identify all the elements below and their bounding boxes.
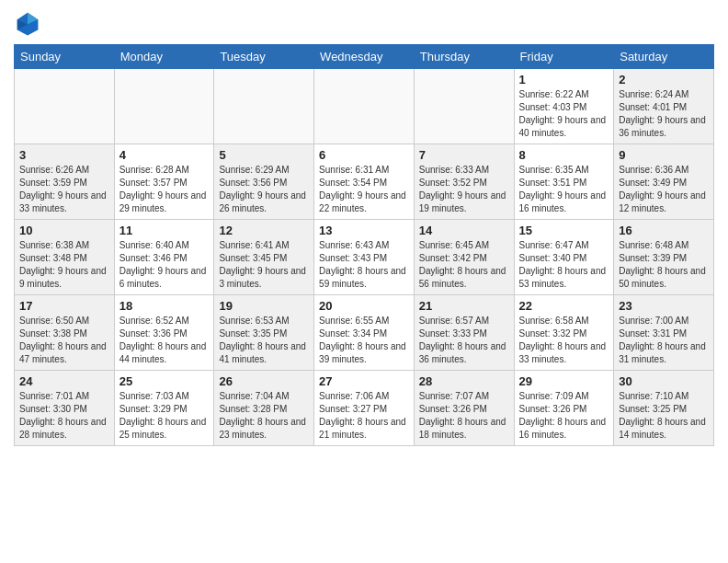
calendar-cell: 22Sunrise: 6:58 AM Sunset: 3:32 PM Dayli… [514,295,614,371]
day-info: Sunrise: 6:38 AM Sunset: 3:48 PM Dayligh… [19,239,109,291]
calendar-week-1: 3Sunrise: 6:26 AM Sunset: 3:59 PM Daylig… [15,144,714,220]
calendar-cell: 27Sunrise: 7:06 AM Sunset: 3:27 PM Dayli… [314,371,415,446]
calendar-cell: 13Sunrise: 6:43 AM Sunset: 3:43 PM Dayli… [314,220,415,295]
day-info: Sunrise: 7:04 AM Sunset: 3:28 PM Dayligh… [219,390,309,442]
day-number: 14 [419,224,509,237]
calendar-week-3: 17Sunrise: 6:50 AM Sunset: 3:38 PM Dayli… [15,295,714,371]
calendar-cell: 16Sunrise: 6:48 AM Sunset: 3:39 PM Dayli… [614,220,714,295]
day-number: 16 [619,224,709,237]
day-info: Sunrise: 6:22 AM Sunset: 4:03 PM Dayligh… [519,88,609,140]
calendar-cell: 8Sunrise: 6:35 AM Sunset: 3:51 PM Daylig… [514,144,614,220]
day-number: 5 [219,148,309,162]
page-header [14,9,714,37]
day-number: 8 [519,148,609,162]
calendar-cell: 6Sunrise: 6:31 AM Sunset: 3:54 PM Daylig… [314,144,415,220]
calendar-cell: 19Sunrise: 6:53 AM Sunset: 3:35 PM Dayli… [214,295,314,371]
day-info: Sunrise: 6:43 AM Sunset: 3:43 PM Dayligh… [319,239,409,291]
weekday-header-thursday: Thursday [414,45,514,69]
calendar-cell [214,69,314,144]
calendar-cell: 11Sunrise: 6:40 AM Sunset: 3:46 PM Dayli… [114,220,214,295]
calendar-week-0: 1Sunrise: 6:22 AM Sunset: 4:03 PM Daylig… [15,69,714,144]
calendar-cell [414,69,514,144]
day-number: 24 [19,374,109,388]
weekday-header-friday: Friday [514,45,614,69]
calendar-cell: 15Sunrise: 6:47 AM Sunset: 3:40 PM Dayli… [514,220,614,295]
day-info: Sunrise: 6:50 AM Sunset: 3:38 PM Dayligh… [19,315,109,366]
day-number: 20 [319,299,409,313]
calendar-cell: 12Sunrise: 6:41 AM Sunset: 3:45 PM Dayli… [214,220,314,295]
calendar-cell [114,69,214,144]
day-number: 13 [319,224,409,237]
day-number: 12 [219,224,309,237]
calendar-table: SundayMondayTuesdayWednesdayThursdayFrid… [14,44,714,446]
day-number: 22 [519,299,609,313]
weekday-header-saturday: Saturday [614,45,714,69]
calendar-cell: 25Sunrise: 7:03 AM Sunset: 3:29 PM Dayli… [114,371,214,446]
day-info: Sunrise: 6:52 AM Sunset: 3:36 PM Dayligh… [119,315,210,366]
calendar-cell: 29Sunrise: 7:09 AM Sunset: 3:26 PM Dayli… [514,371,614,446]
calendar-cell: 4Sunrise: 6:28 AM Sunset: 3:57 PM Daylig… [114,144,214,220]
calendar-cell: 2Sunrise: 6:24 AM Sunset: 4:01 PM Daylig… [614,69,714,144]
day-info: Sunrise: 6:58 AM Sunset: 3:32 PM Dayligh… [519,315,609,366]
day-info: Sunrise: 6:55 AM Sunset: 3:34 PM Dayligh… [319,315,409,366]
day-number: 26 [219,374,309,388]
calendar-cell: 10Sunrise: 6:38 AM Sunset: 3:48 PM Dayli… [15,220,115,295]
day-info: Sunrise: 6:47 AM Sunset: 3:40 PM Dayligh… [519,239,609,291]
weekday-header-row: SundayMondayTuesdayWednesdayThursdayFrid… [15,45,714,69]
day-number: 25 [119,374,210,388]
day-info: Sunrise: 7:07 AM Sunset: 3:26 PM Dayligh… [419,390,509,442]
calendar-cell: 21Sunrise: 6:57 AM Sunset: 3:33 PM Dayli… [414,295,514,371]
calendar-cell: 17Sunrise: 6:50 AM Sunset: 3:38 PM Dayli… [15,295,115,371]
page-container: SundayMondayTuesdayWednesdayThursdayFrid… [0,0,728,455]
day-info: Sunrise: 7:01 AM Sunset: 3:30 PM Dayligh… [19,390,109,442]
day-info: Sunrise: 6:36 AM Sunset: 3:49 PM Dayligh… [619,164,709,215]
calendar-cell: 23Sunrise: 7:00 AM Sunset: 3:31 PM Dayli… [614,295,714,371]
day-number: 18 [119,299,210,313]
day-info: Sunrise: 6:53 AM Sunset: 3:35 PM Dayligh… [219,315,309,366]
logo-icon [14,9,41,37]
day-number: 1 [519,73,609,86]
day-number: 15 [519,224,609,237]
weekday-header-sunday: Sunday [15,45,115,69]
calendar-cell: 5Sunrise: 6:29 AM Sunset: 3:56 PM Daylig… [214,144,314,220]
day-info: Sunrise: 7:10 AM Sunset: 3:25 PM Dayligh… [619,390,709,442]
day-info: Sunrise: 6:29 AM Sunset: 3:56 PM Dayligh… [219,164,309,215]
day-number: 29 [519,374,609,388]
calendar-week-2: 10Sunrise: 6:38 AM Sunset: 3:48 PM Dayli… [15,220,714,295]
day-info: Sunrise: 6:41 AM Sunset: 3:45 PM Dayligh… [219,239,309,291]
calendar-cell: 28Sunrise: 7:07 AM Sunset: 3:26 PM Dayli… [414,371,514,446]
day-info: Sunrise: 6:48 AM Sunset: 3:39 PM Dayligh… [619,239,709,291]
day-number: 4 [119,148,210,162]
day-info: Sunrise: 6:24 AM Sunset: 4:01 PM Dayligh… [619,88,709,140]
calendar-cell: 30Sunrise: 7:10 AM Sunset: 3:25 PM Dayli… [614,371,714,446]
day-info: Sunrise: 6:40 AM Sunset: 3:46 PM Dayligh… [119,239,210,291]
calendar-cell: 1Sunrise: 6:22 AM Sunset: 4:03 PM Daylig… [514,69,614,144]
day-number: 7 [419,148,509,162]
day-info: Sunrise: 7:03 AM Sunset: 3:29 PM Dayligh… [119,390,210,442]
day-number: 9 [619,148,709,162]
day-number: 27 [319,374,409,388]
calendar-cell: 26Sunrise: 7:04 AM Sunset: 3:28 PM Dayli… [214,371,314,446]
day-info: Sunrise: 6:45 AM Sunset: 3:42 PM Dayligh… [419,239,509,291]
day-info: Sunrise: 7:09 AM Sunset: 3:26 PM Dayligh… [519,390,609,442]
day-number: 28 [419,374,509,388]
weekday-header-tuesday: Tuesday [214,45,314,69]
calendar-cell: 20Sunrise: 6:55 AM Sunset: 3:34 PM Dayli… [314,295,415,371]
calendar-body: 1Sunrise: 6:22 AM Sunset: 4:03 PM Daylig… [15,69,714,446]
day-number: 30 [619,374,709,388]
calendar-cell: 14Sunrise: 6:45 AM Sunset: 3:42 PM Dayli… [414,220,514,295]
day-number: 17 [19,299,109,313]
calendar-cell [15,69,115,144]
day-info: Sunrise: 6:35 AM Sunset: 3:51 PM Dayligh… [519,164,609,215]
day-number: 21 [419,299,509,313]
day-number: 10 [19,224,109,237]
logo [14,9,45,37]
day-info: Sunrise: 6:33 AM Sunset: 3:52 PM Dayligh… [419,164,509,215]
calendar-cell: 7Sunrise: 6:33 AM Sunset: 3:52 PM Daylig… [414,144,514,220]
day-number: 19 [219,299,309,313]
calendar-cell: 3Sunrise: 6:26 AM Sunset: 3:59 PM Daylig… [15,144,115,220]
calendar-cell: 18Sunrise: 6:52 AM Sunset: 3:36 PM Dayli… [114,295,214,371]
day-number: 3 [19,148,109,162]
calendar-cell: 24Sunrise: 7:01 AM Sunset: 3:30 PM Dayli… [15,371,115,446]
calendar-cell [314,69,415,144]
